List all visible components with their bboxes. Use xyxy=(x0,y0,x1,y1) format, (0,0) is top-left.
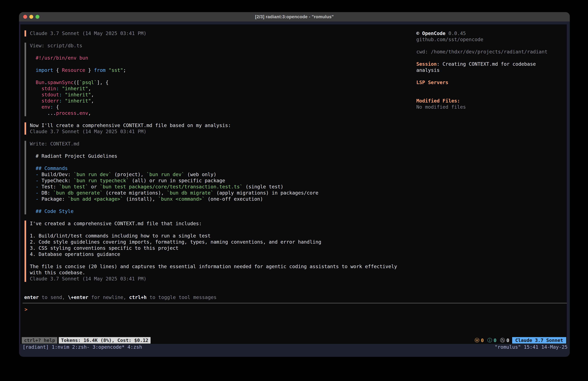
hint-counter: ⓗ 0 xyxy=(500,337,509,344)
minimize-button[interactable] xyxy=(29,15,33,19)
tmux-window-2[interactable]: 2:zsh- xyxy=(72,344,89,350)
text-segment: `bun db generate` xyxy=(53,190,103,196)
text-segment: ctrl+h xyxy=(129,294,147,300)
text-line: stdin: "inherit", xyxy=(30,86,402,92)
text-line: github.com/sst/opencode xyxy=(416,37,570,43)
tmux-host-datetime: "romulus" 15:41 14-May-25 xyxy=(495,344,567,350)
text-segment: from xyxy=(94,67,105,73)
text-line: Claude 3.7 Sonnet (14 May 2025 03:41 PM) xyxy=(30,30,402,37)
tmux-window-4[interactable]: 4:zsh xyxy=(127,344,142,350)
text-line: Claude 3.7 Sonnet (14 May 2025 03:41 PM) xyxy=(30,276,402,282)
hint-count: 0 xyxy=(506,337,509,343)
tmux-statusbar: [radiant] 1:nvim 2:zsh- 3:opencode* 4:zs… xyxy=(22,344,567,350)
text-line: View: script/db.ts xyxy=(30,43,402,49)
text-segment: The file is concise (20 lines) and captu… xyxy=(30,264,397,269)
text-segment: I've created a comprehensive CONTEXT.md … xyxy=(30,221,202,226)
message-block: I've created a comprehensive CONTEXT.md … xyxy=(24,221,402,282)
text-line: - Build/Dev: `bun run dev` (project), `b… xyxy=(30,171,402,178)
text-segment: Modified Files: xyxy=(416,98,460,104)
text-segment: Package: xyxy=(39,196,68,202)
text-line xyxy=(30,227,402,233)
text-segment: 2. Code style guidelines covering import… xyxy=(30,239,321,245)
text-line: The file is concise (20 lines) and captu… xyxy=(30,264,402,269)
text-line xyxy=(30,49,402,55)
text-segment: { xyxy=(53,67,62,73)
text-line: ...process.env, xyxy=(30,110,402,116)
tool-block: Write: CONTEXT.md # Radiant Project Guid… xyxy=(24,141,402,214)
text-line xyxy=(30,159,402,165)
text-line: ## Commands xyxy=(30,165,402,171)
text-segment: © OpenCode xyxy=(416,30,445,36)
tmux-window-3[interactable]: 3:opencode* xyxy=(92,344,125,350)
text-segment: 4. Database operations guidance xyxy=(30,251,120,257)
prompt-input[interactable]: > xyxy=(24,306,565,336)
keybinding-hints: enter to send, \+enter for newline, ctrl… xyxy=(24,294,216,300)
text-segment: : xyxy=(59,92,62,97)
diagnostics-counters: ⓦ 0 ⓘ 0 ⓗ 0 xyxy=(471,337,509,344)
text-line: 3. CSS styling conventions specific to t… xyxy=(30,245,402,251)
text-segment: View: script/db.ts xyxy=(30,43,82,48)
text-segment: { xyxy=(53,104,59,110)
text-line: Bun.spawnSync([`psql`], { xyxy=(30,79,402,86)
text-line: - Package: `bun add <package>` (install)… xyxy=(30,196,402,202)
text-segment: Claude 3.7 Sonnet (14 May 2025 03:41 PM) xyxy=(30,276,146,282)
text-line: enter to send, \+enter for newline, ctrl… xyxy=(24,294,216,300)
text-segment: Claude 3.7 Sonnet (14 May 2025 03:41 PM) xyxy=(30,30,146,36)
text-line xyxy=(30,147,402,153)
text-line: Now I'll create a comprehensive CONTEXT.… xyxy=(30,122,402,129)
text-segment: ], { xyxy=(97,80,108,85)
text-segment: "inherit" xyxy=(59,86,88,91)
text-line: 4. Database operations guidance xyxy=(30,251,402,257)
text-segment: ; xyxy=(123,67,126,73)
statusbar: ctrl+? help Tokens: 16.4K (8%), Cost: $0… xyxy=(22,337,566,344)
text-line: © OpenCode 0.0.45 xyxy=(416,30,570,37)
tmux-session-name: [radiant] xyxy=(22,344,49,350)
text-line: analysis xyxy=(416,67,570,73)
text-segment: 1. Build/lint/test commands including ho… xyxy=(30,233,210,239)
session-sidebar: © OpenCode 0.0.45github.com/sst/opencode… xyxy=(416,30,570,110)
text-line: I've created a comprehensive CONTEXT.md … xyxy=(30,221,402,227)
text-segment: - xyxy=(30,178,39,183)
text-line: - DB: `bun db generate` (create migratio… xyxy=(30,190,402,196)
titlebar: [2/3] radiant:3:opencode - "romulus" xyxy=(19,12,570,22)
tokens-cost-chip: Tokens: 16.4K (8%), Cost: $0.12 xyxy=(59,337,150,344)
input-divider xyxy=(22,303,567,303)
close-button[interactable] xyxy=(23,15,27,19)
text-segment: (single test) xyxy=(243,184,284,190)
text-line: Session: Creating CONTEXT.md for codebas… xyxy=(416,61,570,67)
text-segment: for newline, xyxy=(88,294,129,300)
text-segment: . xyxy=(77,110,79,116)
text-segment: ... xyxy=(30,110,56,116)
text-line: stderr: "inherit", xyxy=(30,98,402,104)
text-segment: : xyxy=(59,98,62,104)
text-segment: spawnSync xyxy=(47,80,74,85)
maximize-button[interactable] xyxy=(36,15,39,19)
text-segment: - xyxy=(30,196,39,202)
warning-count: 0 xyxy=(481,337,484,343)
text-segment: import xyxy=(30,67,53,73)
info-count: 0 xyxy=(494,337,497,343)
text-segment: "sst" xyxy=(106,67,123,73)
help-chip: ctrl+? help xyxy=(22,337,57,344)
text-segment: No modified files xyxy=(416,104,466,110)
text-segment: env xyxy=(79,110,88,116)
text-segment: `psql` xyxy=(79,80,97,85)
text-line xyxy=(30,202,402,208)
text-segment: (all) or run in specific package xyxy=(129,178,225,183)
text-segment: # Radiant Project Guidelines xyxy=(30,153,117,159)
text-line: with this codebase. xyxy=(30,269,402,276)
text-segment: stderr xyxy=(30,98,59,104)
text-segment: or xyxy=(88,184,100,190)
text-segment: - xyxy=(30,172,39,177)
text-line: # Radiant Project Guidelines xyxy=(30,153,402,159)
text-segment: LSP Servers xyxy=(416,80,448,85)
text-segment: Resource xyxy=(62,67,85,73)
text-segment: `bun run dev` xyxy=(147,172,185,177)
chat-log: Claude 3.7 Sonnet (14 May 2025 03:41 PM)… xyxy=(24,30,402,288)
text-segment: "inherit" xyxy=(62,98,91,104)
text-segment: TypeCheck: xyxy=(39,178,74,183)
text-segment: Claude 3.7 Sonnet (14 May 2025 03:41 PM) xyxy=(30,129,146,134)
text-segment: env xyxy=(30,104,50,110)
text-segment: github.com/sst/opencode xyxy=(416,37,483,42)
tmux-window-1[interactable]: 1:nvim xyxy=(52,344,69,350)
